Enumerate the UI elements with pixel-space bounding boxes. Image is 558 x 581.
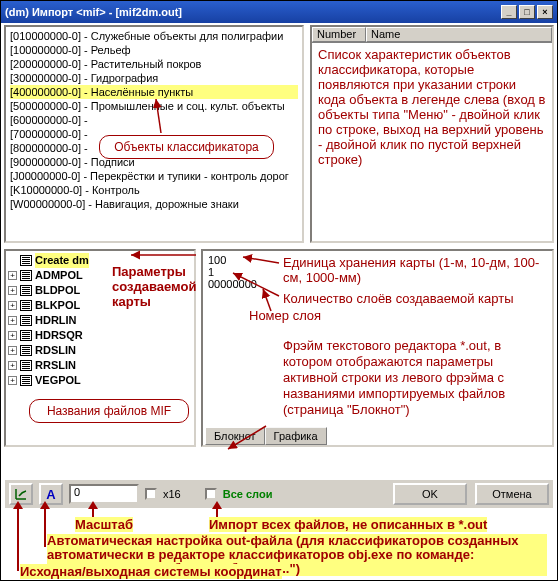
all-layers-checkbox[interactable] (205, 488, 217, 500)
callout-frame: Фрэйм текстового редактора *.out, в кото… (283, 338, 545, 418)
x16-label: x16 (163, 488, 181, 500)
sheet-icon (20, 285, 32, 296)
expander-icon[interactable]: + (8, 286, 17, 295)
list-item[interactable]: [200000000-0] - Растительный покров (10, 57, 298, 71)
sheet-icon (20, 345, 32, 356)
callout-objects: Объекты классификатора (99, 135, 274, 159)
tab-graphics[interactable]: Графика (265, 427, 327, 445)
tree-root[interactable]: Create dm (35, 253, 89, 268)
tree-item[interactable]: RDSLIN (35, 343, 76, 358)
ok-button[interactable]: OK (393, 483, 467, 505)
col-number[interactable]: Number (312, 27, 366, 42)
sheet-icon (20, 300, 32, 311)
sheet-icon (20, 330, 32, 341)
sheet-icon (20, 315, 32, 326)
tree-item[interactable]: BLDPOL (35, 283, 80, 298)
expander-icon[interactable]: + (8, 376, 17, 385)
maximize-button[interactable]: □ (519, 5, 535, 19)
minimize-button[interactable]: _ (501, 5, 517, 19)
list-item[interactable]: [600000000-0] - (10, 113, 298, 127)
list-item[interactable]: [400000000-0] - Населённые пункты (10, 85, 298, 99)
sheet-icon (20, 375, 32, 386)
description-overlay: Список характеристик объектов классифика… (312, 43, 552, 171)
callout-layernum: Номер слоя (249, 308, 321, 323)
tab-notepad[interactable]: Блокнот (205, 427, 265, 445)
table-header: Number Name (312, 27, 552, 43)
callout-unit: Единица хранения карты (1-м, 10-дм, 100-… (283, 255, 549, 285)
cancel-button[interactable]: Отмена (475, 483, 549, 505)
list-item[interactable]: [100000000-0] - Рельеф (10, 43, 298, 57)
tree-item[interactable]: ADMPOL (35, 268, 83, 283)
list-item[interactable]: [010000000-0] - Служебные объекты для по… (10, 29, 298, 43)
list-item[interactable]: [W00000000-0] - Навигация, дорожные знак… (10, 197, 298, 211)
tree-item[interactable]: RRSLIN (35, 358, 76, 373)
scale-input[interactable]: 0 (69, 484, 139, 504)
list-item[interactable]: [500000000-0] - Промышленные и соц. куль… (10, 99, 298, 113)
expander-icon[interactable]: + (8, 361, 17, 370)
sheet-icon (20, 360, 32, 371)
col-name[interactable]: Name (366, 27, 552, 42)
bottom-toolbar: A 0 x16 Все слои OK Отмена (4, 479, 554, 509)
tree-item[interactable]: VEGPOL (35, 373, 81, 388)
expander-icon[interactable]: + (8, 316, 17, 325)
auto-out-button[interactable]: A (39, 483, 63, 505)
sheet-icon (20, 255, 32, 266)
ann-import-all: Импорт всех файлов, не описанных в *.out (209, 517, 487, 532)
callout-params: Параметры создаваемой карты (112, 264, 212, 309)
x16-checkbox[interactable] (145, 488, 157, 500)
callout-layers: Количество слоёв создаваемой карты (283, 291, 549, 306)
sheet-icon (20, 270, 32, 281)
list-item[interactable]: [K10000000-0] - Контроль (10, 183, 298, 197)
titlebar: (dm) Импорт <mif> - [mif2dm.out] _ □ × (1, 1, 557, 23)
window-title: (dm) Импорт <mif> - [mif2dm.out] (5, 6, 182, 18)
expander-icon[interactable]: + (8, 346, 17, 355)
ann-coordsys: Исходная/выходная системы координат (20, 564, 282, 579)
tree-item[interactable]: HDRSQR (35, 328, 83, 343)
coordsys-button[interactable] (9, 483, 33, 505)
close-button[interactable]: × (537, 5, 553, 19)
characteristics-list[interactable]: Number Name Список характеристик объекто… (310, 25, 554, 243)
callout-miffiles: Названия файлов MIF (29, 399, 189, 423)
ann-scale: Масштаб (75, 517, 133, 532)
classifier-list[interactable]: [010000000-0] - Служебные объекты для по… (4, 25, 304, 243)
all-layers-label: Все слои (223, 488, 273, 500)
expander-icon[interactable]: + (8, 331, 17, 340)
expander-icon[interactable]: + (8, 301, 17, 310)
tree-item[interactable]: HDRLIN (35, 313, 77, 328)
list-item[interactable]: [J00000000-0] - Перекрёстки и тупики - к… (10, 169, 298, 183)
expander-icon[interactable]: + (8, 271, 17, 280)
list-item[interactable]: [300000000-0] - Гидрография (10, 71, 298, 85)
tree-item[interactable]: BLKPOL (35, 298, 80, 313)
out-value[interactable]: 00000000 (208, 278, 257, 290)
